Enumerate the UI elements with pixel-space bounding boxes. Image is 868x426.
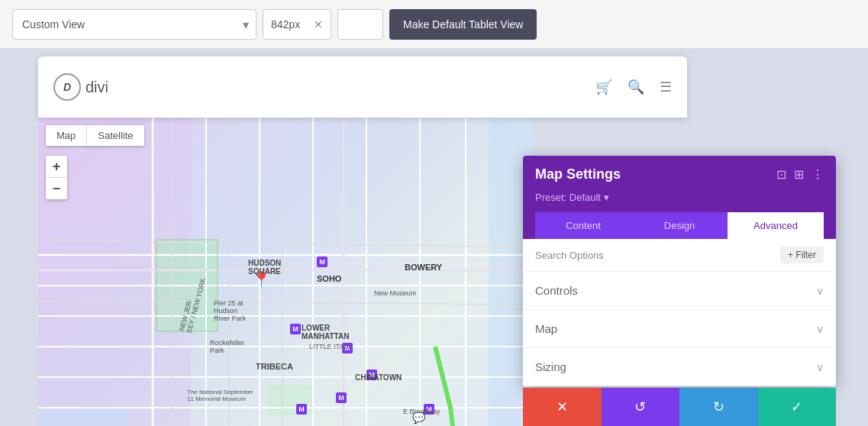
settings-title: Map Settings [535, 166, 621, 182]
map-type-map-button[interactable]: Map [46, 125, 86, 146]
cart-icon[interactable]: 🛒 [595, 79, 612, 95]
px-close-icon[interactable]: ✕ [314, 19, 323, 30]
map-icon-m-2: M [290, 324, 301, 334]
svg-rect-2 [38, 408, 130, 426]
search-options-label: Search Options [535, 250, 774, 261]
view-select[interactable]: Custom View [12, 9, 257, 40]
controls-chevron-icon: ∨ [816, 285, 824, 297]
tab-advanced[interactable]: Advanced [728, 212, 824, 239]
sizing-chevron-icon: ∨ [816, 361, 824, 373]
divi-logo-text: divi [86, 79, 108, 96]
redo-button[interactable]: ↻ [679, 388, 758, 426]
map-icon-m-9: M [296, 404, 307, 415]
top-toolbar: Custom View ▾ ✕ Make Default Tablet View [0, 0, 868, 49]
zoom-out-button[interactable]: − [46, 178, 67, 199]
map-label-little-italy: LITTLE ITALY [309, 343, 352, 350]
map-label-new-museum: New Museum [374, 289, 416, 297]
map-label-rockefeller: RockefellerPark [210, 339, 244, 354]
map-chevron-icon: ∨ [816, 323, 824, 335]
settings-header-top: Map Settings ⊡ ⊞ ⋮ [535, 166, 824, 182]
main-area: D divi 🛒 🔍 ☰ [0, 49, 868, 426]
map-type-satellite-button[interactable]: Satellite [87, 125, 144, 146]
map-label-pier25: Pier 25 atHudsonRiver Park [214, 299, 246, 322]
map-label-section: Map [535, 322, 557, 335]
search-bar: Search Options + Filter [523, 239, 836, 272]
px-extra-input [337, 9, 383, 40]
map-background: Map Satellite + − 📍 M M M M M M M M M [38, 118, 534, 426]
settings-header: Map Settings ⊡ ⊞ ⋮ Preset: Default ▾ Con… [523, 156, 836, 239]
settings-section-controls[interactable]: Controls ∨ [523, 272, 836, 310]
map-label-bowery: BOWERY [405, 263, 442, 272]
tab-content[interactable]: Content [535, 212, 631, 239]
reset-button[interactable]: ↺ [602, 388, 680, 426]
map-chat-icon: 💬 [412, 411, 425, 424]
divi-logo-icon: D [53, 73, 81, 101]
map-icon-m-1: M [317, 257, 328, 267]
settings-section-sizing[interactable]: Sizing ∨ [523, 348, 836, 386]
view-select-wrapper: Custom View ▾ [12, 9, 257, 40]
settings-body: Search Options + Filter Controls ∨ Map ∨… [523, 239, 836, 386]
map-type-controls: Map Satellite [46, 125, 144, 146]
settings-panel: Map Settings ⊡ ⊞ ⋮ Preset: Default ▾ Con… [523, 156, 836, 386]
map-label-lower-manhattan: LOWERMANHATTAN [302, 324, 349, 340]
map-label-chinatown: CHINATOWN [355, 373, 402, 382]
map-icon-m-5: M [336, 392, 347, 403]
map-container: Map Satellite + − 📍 M M M M M M M M M [38, 118, 534, 426]
map-label-tribeca: TRIBECA [256, 362, 293, 371]
settings-header-icons: ⊡ ⊞ ⋮ [776, 167, 824, 182]
tab-design[interactable]: Design [631, 212, 728, 239]
map-label-hudson-sq: HUDSONSQUARE [248, 259, 281, 276]
settings-preset[interactable]: Preset: Default ▾ [535, 192, 824, 203]
cancel-button[interactable]: ✕ [523, 388, 602, 426]
menu-icon[interactable]: ☰ [660, 79, 672, 95]
map-label-soho: SOHO [317, 274, 341, 283]
px-input-wrapper: ✕ [263, 9, 331, 40]
controls-label: Controls [535, 284, 578, 297]
action-bar: ✕ ↺ ↻ ✓ [523, 388, 836, 426]
search-icon[interactable]: 🔍 [628, 79, 644, 95]
zoom-in-button[interactable]: + [46, 156, 67, 177]
sizing-label: Sizing [535, 360, 566, 373]
settings-tabs: Content Design Advanced [535, 212, 824, 239]
settings-section-map[interactable]: Map ∨ [523, 310, 836, 348]
browser-chrome: D divi 🛒 🔍 ☰ [38, 56, 687, 118]
map-streets-svg [38, 118, 534, 426]
divi-logo: D divi [53, 73, 108, 101]
map-zoom-controls: + − [46, 156, 67, 199]
confirm-button[interactable]: ✓ [758, 388, 837, 426]
split-icon[interactable]: ⊞ [794, 167, 804, 182]
map-label-sept11: The National September11 Memorial Museum [187, 389, 253, 402]
filter-button[interactable]: + Filter [780, 247, 824, 263]
px-input[interactable] [271, 18, 309, 31]
browser-nav-icons: 🛒 🔍 ☰ [595, 79, 672, 95]
more-options-icon[interactable]: ⋮ [812, 167, 824, 182]
make-default-button[interactable]: Make Default Tablet View [389, 9, 537, 40]
fullscreen-icon[interactable]: ⊡ [776, 167, 786, 182]
